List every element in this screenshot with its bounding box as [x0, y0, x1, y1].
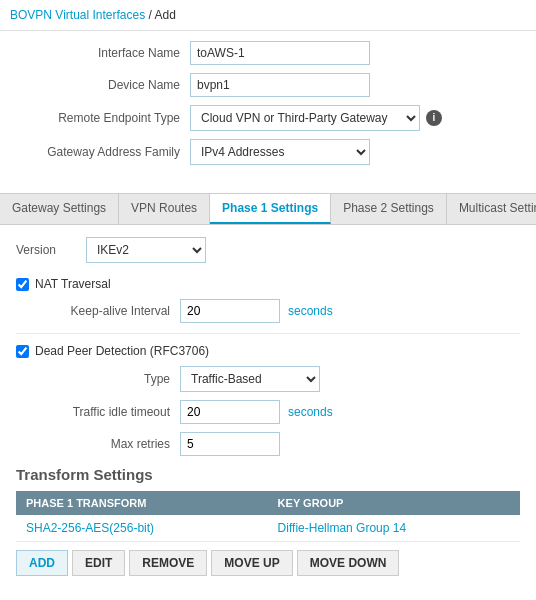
col-transform: PHASE 1 TRANSFORM [16, 491, 268, 515]
tab-phase1-settings[interactable]: Phase 1 Settings [210, 194, 331, 224]
phase1-content: Version IKEv2 NAT Traversal Keep-alive I… [0, 225, 536, 588]
gateway-address-label: Gateway Address Family [20, 145, 190, 159]
remote-endpoint-label: Remote Endpoint Type [20, 111, 190, 125]
remote-endpoint-select[interactable]: Cloud VPN or Third-Party Gateway [190, 105, 420, 131]
keepalive-unit: seconds [288, 304, 333, 318]
device-name-row: Device Name [20, 73, 516, 97]
nat-traversal-label: NAT Traversal [35, 277, 111, 291]
nat-traversal-sub-form: Keep-alive Interval seconds [40, 299, 520, 323]
tab-multicast-settings[interactable]: Multicast Settings [447, 194, 536, 224]
max-retries-input[interactable] [180, 432, 280, 456]
remove-button[interactable]: REMOVE [129, 550, 207, 576]
version-select[interactable]: IKEv2 [86, 237, 206, 263]
info-icon[interactable]: i [426, 110, 442, 126]
main-form: Interface Name Device Name Remote Endpoi… [0, 31, 536, 183]
move-up-button[interactable]: MOVE UP [211, 550, 292, 576]
key-group-value: Diffie-Hellman Group 14 [268, 515, 520, 542]
nat-traversal-checkbox[interactable] [16, 278, 29, 291]
idle-timeout-row: Traffic idle timeout seconds [40, 400, 520, 424]
keepalive-label: Keep-alive Interval [40, 304, 180, 318]
move-down-button[interactable]: MOVE DOWN [297, 550, 400, 576]
col-key-group: KEY GROUP [268, 491, 520, 515]
interface-name-label: Interface Name [20, 46, 190, 60]
divider1 [16, 333, 520, 334]
dpd-type-label: Type [40, 372, 180, 386]
tab-phase2-settings[interactable]: Phase 2 Settings [331, 194, 447, 224]
add-button[interactable]: ADD [16, 550, 68, 576]
transform-settings-title: Transform Settings [16, 466, 520, 483]
tabs-bar: Gateway Settings VPN Routes Phase 1 Sett… [0, 193, 536, 225]
dpd-type-row: Type Traffic-Based [40, 366, 520, 392]
idle-timeout-label: Traffic idle timeout [40, 405, 180, 419]
dead-peer-row: Dead Peer Detection (RFC3706) [16, 344, 520, 358]
action-buttons: ADD EDIT REMOVE MOVE UP MOVE DOWN [16, 550, 520, 576]
breadcrumb: BOVPN Virtual Interfaces / Add [0, 0, 536, 31]
max-retries-label: Max retries [40, 437, 180, 451]
interface-name-row: Interface Name [20, 41, 516, 65]
idle-timeout-unit: seconds [288, 405, 333, 419]
version-row: Version IKEv2 [16, 237, 520, 263]
keepalive-input[interactable] [180, 299, 280, 323]
breadcrumb-current: Add [155, 8, 176, 22]
idle-timeout-input[interactable] [180, 400, 280, 424]
gateway-address-row: Gateway Address Family IPv4 Addresses [20, 139, 516, 165]
dead-peer-sub-form: Type Traffic-Based Traffic idle timeout … [40, 366, 520, 456]
transform-value: SHA2-256-AES(256-bit) [16, 515, 268, 542]
dead-peer-checkbox[interactable] [16, 345, 29, 358]
edit-button[interactable]: EDIT [72, 550, 125, 576]
dead-peer-label: Dead Peer Detection (RFC3706) [35, 344, 209, 358]
breadcrumb-parent[interactable]: BOVPN Virtual Interfaces [10, 8, 145, 22]
nat-traversal-row: NAT Traversal [16, 277, 520, 291]
tab-gateway-settings[interactable]: Gateway Settings [0, 194, 119, 224]
interface-name-input[interactable] [190, 41, 370, 65]
transform-table: PHASE 1 TRANSFORM KEY GROUP SHA2-256-AES… [16, 491, 520, 542]
table-row: SHA2-256-AES(256-bit) Diffie-Hellman Gro… [16, 515, 520, 542]
remote-endpoint-row: Remote Endpoint Type Cloud VPN or Third-… [20, 105, 516, 131]
device-name-label: Device Name [20, 78, 190, 92]
device-name-input[interactable] [190, 73, 370, 97]
dpd-type-select[interactable]: Traffic-Based [180, 366, 320, 392]
max-retries-row: Max retries [40, 432, 520, 456]
version-label: Version [16, 243, 76, 257]
tab-vpn-routes[interactable]: VPN Routes [119, 194, 210, 224]
gateway-address-select[interactable]: IPv4 Addresses [190, 139, 370, 165]
keepalive-row: Keep-alive Interval seconds [40, 299, 520, 323]
